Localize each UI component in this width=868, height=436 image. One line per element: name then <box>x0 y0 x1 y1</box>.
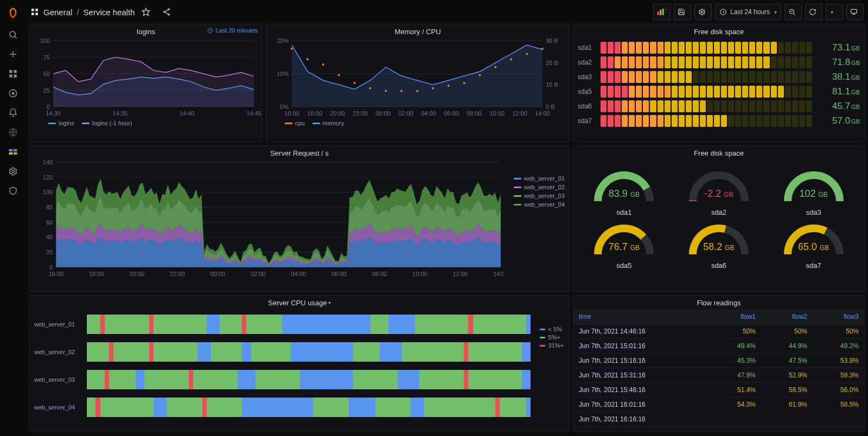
panel-free-disk-heat[interactable]: Free disk space sda173.1GBsda271.8GBsda3… <box>573 24 865 142</box>
svg-rect-7 <box>14 75 17 78</box>
gauge-sda5: 76.7 GBsda5 <box>579 216 669 270</box>
svg-text:75: 75 <box>43 54 50 61</box>
svg-text:20: 20 <box>46 249 53 255</box>
panel-server-cpu[interactable]: Server CPU usage▾ web_server_01web_serve… <box>29 295 570 432</box>
svg-point-15 <box>12 170 15 173</box>
svg-text:02:00: 02:00 <box>251 271 266 277</box>
refresh-icon <box>809 8 816 16</box>
svg-text:04:00: 04:00 <box>421 110 436 117</box>
legend: web_server_01web_server_02web_server_03w… <box>514 175 565 208</box>
svg-text:10 B: 10 B <box>546 81 558 88</box>
svg-text:02:00: 02:00 <box>398 110 413 117</box>
apps-icon[interactable] <box>2 65 24 82</box>
zoom-out-icon <box>788 8 796 16</box>
svg-rect-5 <box>14 70 17 73</box>
disk-row: sda757.0GB <box>578 115 860 127</box>
svg-text:0 B: 0 B <box>546 104 555 110</box>
svg-rect-16 <box>31 9 34 11</box>
gauge-sda3: 102 GBsda3 <box>768 163 859 216</box>
svg-text:22:00: 22:00 <box>353 110 368 117</box>
svg-text:20 B: 20 B <box>546 60 558 66</box>
svg-rect-4 <box>9 70 12 73</box>
svg-rect-27 <box>660 10 662 15</box>
gauge-sda1: 83.9 GBsda1 <box>579 163 669 216</box>
svg-text:20:00: 20:00 <box>330 110 345 117</box>
svg-rect-17 <box>35 9 38 11</box>
favorite-button[interactable] <box>138 4 156 20</box>
svg-text:100: 100 <box>43 189 53 195</box>
svg-line-25 <box>165 12 168 14</box>
svg-text:08:00: 08:00 <box>467 110 482 117</box>
clock-icon <box>207 28 213 34</box>
disk-row: sda173.1GB <box>578 42 860 54</box>
svg-text:06:00: 06:00 <box>444 110 459 117</box>
svg-text:14:45: 14:45 <box>246 110 261 117</box>
flow-table: timeflow1flow2flow3Jun 7th, 2021 14:46:1… <box>573 310 864 427</box>
table-header: flow1 <box>710 310 761 324</box>
svg-text:20:00: 20:00 <box>129 271 144 277</box>
svg-line-1 <box>15 36 16 38</box>
zoom-out-button[interactable] <box>784 4 802 20</box>
panel-server-request[interactable]: Server Request / s 02040608010012014016:… <box>29 145 570 292</box>
dashboard-icon <box>30 8 39 16</box>
svg-point-76 <box>307 58 309 60</box>
svg-text:40: 40 <box>46 234 53 240</box>
panel-logins[interactable]: logins Last 20 minutes 025507510014:3014… <box>29 24 263 142</box>
svg-text:04:00: 04:00 <box>291 271 307 277</box>
svg-rect-11 <box>9 149 13 151</box>
svg-text:30 B: 30 B <box>546 39 558 44</box>
chevron-down-icon: ▾ <box>831 9 833 15</box>
share-button[interactable] <box>159 4 176 20</box>
plus-icon[interactable] <box>2 46 24 63</box>
explore-icon[interactable] <box>2 85 24 102</box>
svg-text:20%: 20% <box>277 39 289 44</box>
chevron-down-icon[interactable]: ▾ <box>328 300 331 306</box>
bell-icon[interactable] <box>2 104 24 121</box>
panel-free-disk-gauge[interactable]: Free disk space 83.9 GBsda1-2.2 GBsda210… <box>573 145 865 292</box>
svg-text:10:00: 10:00 <box>489 110 505 117</box>
globe-icon[interactable] <box>2 124 24 141</box>
table-row: Jun 7th, 2021 15:16:1645.3%47.5%53.9% <box>573 354 864 368</box>
page-title[interactable]: Service health <box>84 8 135 17</box>
panel-flow-readings[interactable]: Flow readings timeflow1flow2flow3Jun 7th… <box>573 295 865 432</box>
panel-title: Server CPU usage <box>268 299 327 307</box>
disk-row: sda338.1GB <box>578 71 860 83</box>
svg-rect-13 <box>9 152 13 155</box>
shield-icon[interactable] <box>2 182 24 200</box>
cpu-lane: web_server_01 <box>34 314 531 335</box>
refresh-button[interactable] <box>805 4 822 20</box>
grafana-logo-icon[interactable] <box>2 2 24 24</box>
share-icon <box>162 8 171 16</box>
refresh-interval-button[interactable]: ▾ <box>826 4 843 20</box>
svg-text:10:00: 10:00 <box>412 271 427 277</box>
svg-point-21 <box>168 9 169 10</box>
gear-icon[interactable] <box>2 163 24 180</box>
chevron-down-icon: ▾ <box>774 9 777 15</box>
cpu-lane: web_server_04 <box>34 397 531 418</box>
svg-text:120: 120 <box>43 174 53 181</box>
panel-memory-cpu[interactable]: Memory / CPU 0%10%20%0 B10 B20 B30 B16:0… <box>266 24 570 142</box>
svg-text:100: 100 <box>40 39 50 44</box>
panel-title: Free disk space <box>694 28 744 36</box>
settings-button[interactable] <box>694 4 712 20</box>
gear-icon <box>698 8 706 16</box>
integrations-icon[interactable] <box>2 143 24 161</box>
time-range-picker[interactable]: Last 24 hours ▾ <box>715 4 781 20</box>
svg-text:0: 0 <box>47 104 50 110</box>
search-icon[interactable] <box>2 26 24 43</box>
breadcrumb-folder[interactable]: General <box>43 8 72 17</box>
save-button[interactable] <box>674 4 691 20</box>
svg-text:22:00: 22:00 <box>170 271 185 277</box>
gauge-sda7: 65.0 GBsda7 <box>768 216 859 270</box>
logins-chart: 025507510014:3014:3514:4014:45 <box>30 39 262 119</box>
disk-heat-rows: sda173.1GBsda271.8GBsda338.1GBsda581.1GB… <box>578 39 860 130</box>
svg-rect-18 <box>31 12 34 15</box>
svg-text:0%: 0% <box>280 104 289 110</box>
svg-text:16:00: 16:00 <box>284 110 299 117</box>
tv-mode-button[interactable] <box>846 4 864 20</box>
svg-text:14:00: 14:00 <box>493 271 504 277</box>
svg-point-78 <box>338 74 340 76</box>
svg-text:25: 25 <box>43 87 50 94</box>
panel-title: Memory / CPU <box>394 28 441 36</box>
add-panel-button[interactable]: + <box>653 4 671 20</box>
